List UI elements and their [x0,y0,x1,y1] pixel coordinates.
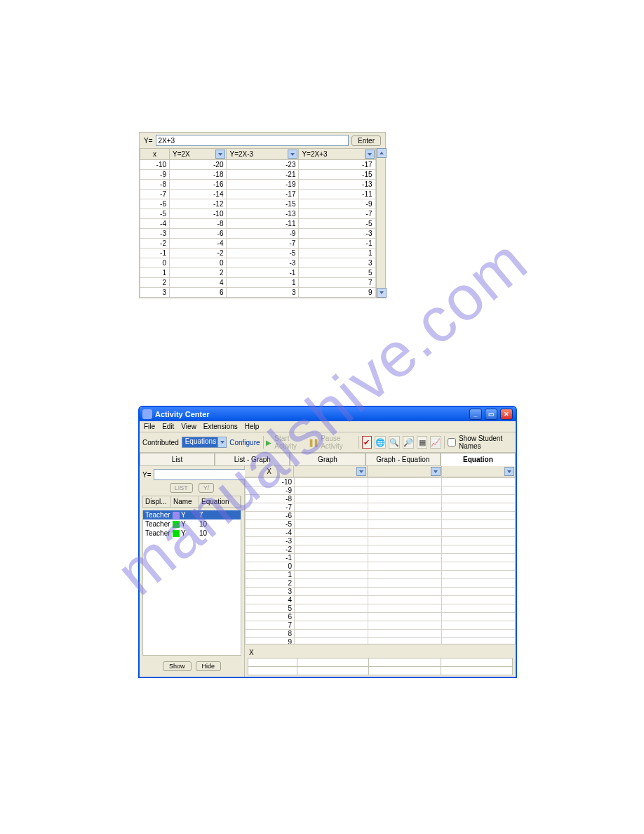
table-row: -3-6-9-3 [140,229,376,239]
table-row: 00-33 [140,258,376,268]
data-table-body: -10-9-8-7-6-5-4-3-2-1012345678910 [245,477,516,644]
table-row: 2417 [140,278,376,288]
table-row: -8-16-19-13 [140,180,376,190]
table-row: -9 [246,486,516,495]
tool-zoom-in-icon[interactable]: 🔍 [389,436,400,449]
scrollbar[interactable] [376,148,386,298]
table-row: -4-8-11-5 [140,219,376,229]
scroll-down-icon[interactable] [377,288,387,298]
dropdown-icon[interactable] [431,467,441,476]
tool-chart-icon[interactable]: 📈 [430,436,441,449]
menu-file[interactable]: File [144,423,155,430]
equation-list[interactable]: TeacherY7TeacherY10TeacherY10 [142,510,241,656]
table-row: -1 [246,554,516,562]
show-button[interactable]: Show [163,661,192,671]
table-row: -7 [246,503,516,512]
equation-list-header: Displ... Name Equation [142,496,241,508]
maximize-button[interactable]: ▭ [485,409,497,420]
list-item[interactable]: TeacherY10 [143,529,241,538]
tab-graph-equation[interactable]: Graph - Equation [365,453,441,466]
tool-zoom-out-icon[interactable]: 🔎 [403,436,414,449]
equation-table: x Y=2X Y=2X-3 Y=2X+3 -10-20-23-17-9-18-2… [140,148,376,298]
y-column-2[interactable] [368,466,441,477]
contributed-label: Contributed [142,439,179,446]
table-row: -4 [246,529,516,537]
table-row: -9-18-21-15 [140,170,376,180]
contributed-select[interactable]: Equations [182,437,227,448]
col-y3[interactable]: Y=2X+3 [299,149,375,160]
data-table-header: X [245,466,516,477]
table-row: 0 [246,562,516,571]
list-button[interactable]: LIST [170,483,193,493]
tab-graph[interactable]: Graph [290,453,365,466]
tool-check-icon[interactable]: ✔ [362,436,373,449]
table-row: 3 [246,588,516,596]
dropdown-icon[interactable] [504,467,514,476]
enter-button[interactable]: Enter [351,135,381,146]
tool-zoom-world-icon[interactable]: 🌐 [375,436,386,449]
show-student-names-label: Show Student Names [459,435,513,450]
dropdown-icon[interactable] [215,150,225,159]
hide-button[interactable]: Hide [196,661,222,671]
table-row: -2 [246,545,516,554]
tab-bar: ListList - GraphGraphGraph - EquationEqu… [140,453,516,466]
color-swatch [173,512,180,519]
table-row: 5 [246,604,516,613]
scroll-up-icon[interactable] [377,148,387,158]
menu-edit[interactable]: Edit [162,423,174,430]
dropdown-icon[interactable] [288,150,297,159]
table-row: 6 [246,613,516,621]
table-row: -6-12-15-9 [140,199,376,209]
configure-link[interactable]: Configure [229,439,260,446]
tab-list-graph[interactable]: List - Graph [215,453,290,466]
y-equals-label: Y= [142,471,152,479]
table-row: 9 [246,638,516,644]
y-column-3[interactable] [442,466,516,477]
menu-view[interactable]: View [181,423,196,430]
table-row: 7 [246,621,516,630]
toolbar: Contributed Equations Configure ▶ Start … [140,432,516,453]
col-y1[interactable]: Y=2X [170,149,227,160]
menu-help[interactable]: Help [245,423,260,430]
pause-icon: ❚❚ [308,438,318,447]
col-x: x [140,149,170,160]
close-button[interactable]: ✕ [500,409,513,420]
tab-list[interactable]: List [140,453,215,466]
titlebar[interactable]: Activity Center _ ▭ ✕ [140,407,516,421]
table-row: -6 [246,512,516,520]
summary-x-label: X [248,649,513,656]
summary-area: X [245,644,516,677]
table-row: -5 [246,520,516,529]
color-swatch [173,521,180,528]
dropdown-icon[interactable] [217,437,226,447]
equation-table-panel: Y= Enter x Y=2X Y=2X-3 Y=2X+3 -10-20-23-… [139,132,386,298]
start-activity-button: Start Activity [274,435,305,450]
dropdown-icon[interactable] [365,150,375,159]
yfrac-button[interactable]: Y/ [199,483,215,493]
menu-extensions[interactable]: Extensions [203,423,238,430]
table-row: 4 [246,596,516,604]
list-item[interactable]: TeacherY10 [143,519,241,529]
x-column-header: X [245,466,294,477]
tab-equation[interactable]: Equation [441,453,516,466]
window-title: Activity Center [155,410,210,418]
table-row: 2 [246,579,516,588]
list-item[interactable]: TeacherY7 [143,510,241,519]
table-row: 12-15 [140,268,376,278]
col-y2[interactable]: Y=2X-3 [227,149,299,160]
table-row: 1 [246,571,516,579]
tool-grid-icon[interactable]: ▦ [417,436,427,449]
y-column-1[interactable] [294,466,368,477]
table-row: 8 [246,630,516,638]
table-row: -3 [246,537,516,545]
activity-center-window: Activity Center _ ▭ ✕ FileEditViewExtens… [138,406,517,678]
table-row: -8 [246,495,516,503]
minimize-button[interactable]: _ [469,409,482,420]
equation-input[interactable] [156,135,349,146]
dropdown-icon[interactable] [356,467,366,476]
left-pane: Y= Add LIST Y/ Displ... Name Equation Te… [140,466,245,677]
table-row: -10-20-23-17 [140,160,376,170]
show-student-names-checkbox[interactable] [448,438,456,446]
y-equals-label: Y= [144,137,153,145]
pause-activity-button: Pause Activity [321,435,356,450]
